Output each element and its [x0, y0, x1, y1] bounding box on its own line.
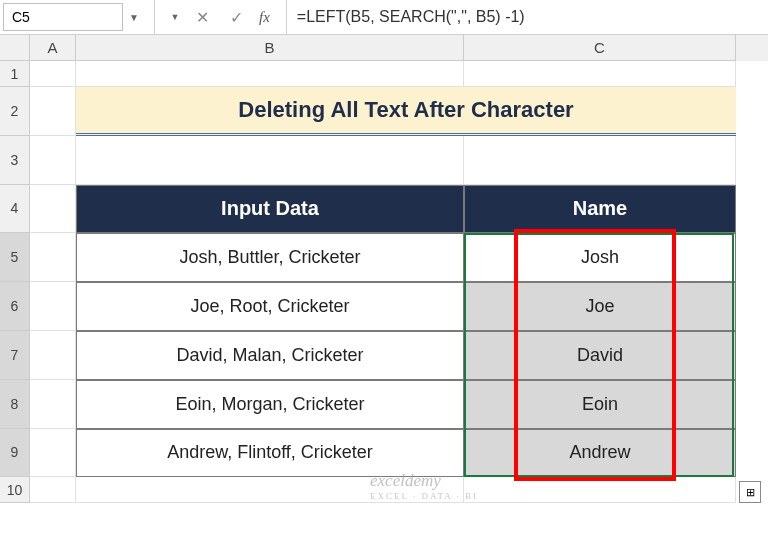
data-cell-name[interactable]: Andrew [464, 429, 736, 478]
select-all-corner[interactable] [0, 35, 30, 61]
data-cell-name[interactable]: David [464, 331, 736, 380]
fx-label[interactable]: fx [259, 9, 270, 26]
row-header[interactable]: 7 [0, 331, 30, 380]
cell[interactable] [30, 61, 76, 87]
cell[interactable] [30, 136, 76, 185]
autofill-options-icon[interactable]: ⊞ [739, 481, 761, 503]
formula-bar: ▼ ▼ ✕ ✓ fx =LEFT(B5, SEARCH(",", B5) -1) [0, 0, 768, 35]
cell[interactable] [76, 136, 464, 185]
data-cell-input[interactable]: Eoin, Morgan, Cricketer [76, 380, 464, 429]
data-cell-name[interactable]: Josh [464, 233, 736, 282]
data-cell-name[interactable]: Joe [464, 282, 736, 331]
row: 3 [0, 136, 768, 185]
data-cell-input[interactable]: David, Malan, Cricketer [76, 331, 464, 380]
cell[interactable] [30, 282, 76, 331]
spreadsheet-grid: A B C 1 2 Deleting All Text After Charac… [0, 35, 768, 551]
row-header[interactable]: 4 [0, 185, 30, 234]
fx-dropdown-icon[interactable]: ▼ [165, 0, 185, 34]
cell[interactable] [76, 477, 464, 503]
name-box[interactable]: ▼ [0, 0, 155, 34]
cell[interactable] [30, 87, 76, 136]
row: 6 Joe, Root, Cricketer Joe [0, 282, 768, 331]
row-header[interactable]: 9 [0, 429, 30, 478]
row-header[interactable]: 2 [0, 87, 30, 136]
enter-icon[interactable]: ✓ [219, 0, 253, 34]
row-header[interactable]: 3 [0, 136, 30, 185]
cell[interactable] [30, 331, 76, 380]
row: 2 Deleting All Text After Character [0, 87, 768, 136]
cancel-icon[interactable]: ✕ [185, 0, 219, 34]
row: 1 [0, 61, 768, 87]
fx-button-group: ▼ ✕ ✓ fx [155, 0, 286, 34]
row-header[interactable]: 1 [0, 61, 30, 87]
row: 5 Josh, Buttler, Cricketer Josh [0, 233, 768, 282]
column-headers: A B C [0, 35, 768, 61]
cell[interactable] [464, 477, 736, 503]
row: 7 David, Malan, Cricketer David [0, 331, 768, 380]
name-box-dropdown-icon[interactable]: ▼ [123, 3, 145, 31]
title-cell[interactable]: Deleting All Text After Character [76, 87, 736, 136]
row-header[interactable]: 6 [0, 282, 30, 331]
data-cell-name[interactable]: Eoin [464, 380, 736, 429]
row: 9 Andrew, Flintoff, Cricketer Andrew [0, 429, 768, 478]
col-header-c[interactable]: C [464, 35, 736, 61]
data-cell-input[interactable]: Joe, Root, Cricketer [76, 282, 464, 331]
cell[interactable] [464, 136, 736, 185]
col-header-a[interactable]: A [30, 35, 76, 61]
table-header-input[interactable]: Input Data [76, 185, 464, 234]
rows-container: 1 2 Deleting All Text After Character 3 … [0, 61, 768, 503]
row-header[interactable]: 5 [0, 233, 30, 282]
cell[interactable] [464, 61, 736, 87]
row: 10 [0, 477, 768, 503]
cell[interactable] [30, 477, 76, 503]
cell[interactable] [30, 429, 76, 478]
data-cell-input[interactable]: Josh, Buttler, Cricketer [76, 233, 464, 282]
cell[interactable] [76, 61, 464, 87]
cell[interactable] [30, 185, 76, 234]
row: 4 Input Data Name [0, 185, 768, 234]
name-box-input[interactable] [3, 3, 123, 31]
cell[interactable] [30, 233, 76, 282]
col-header-b[interactable]: B [76, 35, 464, 61]
row-header[interactable]: 8 [0, 380, 30, 429]
row: 8 Eoin, Morgan, Cricketer Eoin [0, 380, 768, 429]
formula-input[interactable]: =LEFT(B5, SEARCH(",", B5) -1) [286, 0, 768, 34]
data-cell-input[interactable]: Andrew, Flintoff, Cricketer [76, 429, 464, 478]
cell[interactable] [30, 380, 76, 429]
table-header-name[interactable]: Name [464, 185, 736, 234]
row-header[interactable]: 10 [0, 477, 30, 503]
